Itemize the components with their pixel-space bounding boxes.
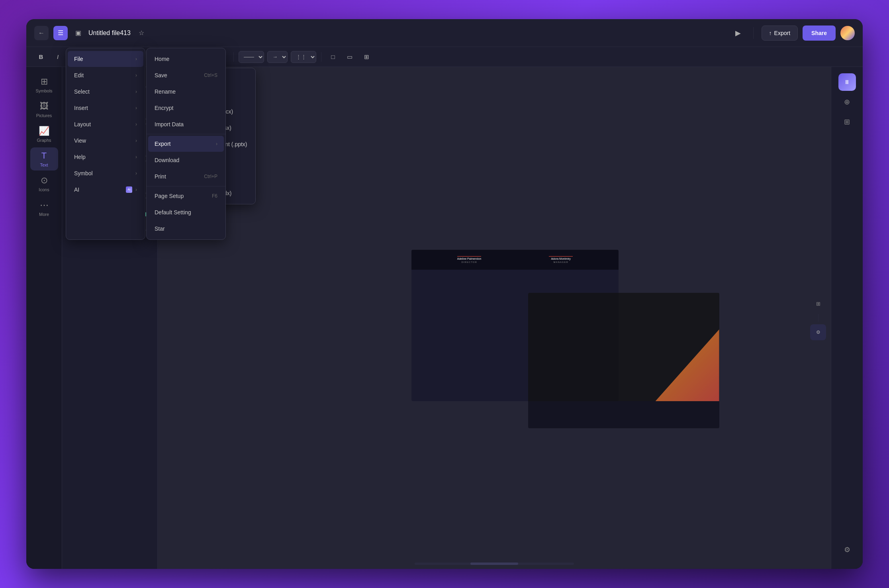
submenu-divider-2	[147, 186, 225, 186]
more-label: More	[39, 212, 49, 217]
cert-role-1: DIRECTOR	[462, 261, 477, 263]
menu-help-arrow: ›	[135, 154, 137, 160]
submenu-print[interactable]: Print Ctrl+P	[148, 169, 224, 184]
play-button[interactable]: ▶	[731, 26, 745, 40]
sidebar-item-pictures[interactable]: 🖼 Pictures	[30, 98, 58, 121]
canvas-right-icons: ⊞ ⚙	[805, 291, 831, 345]
export-button[interactable]: ↑ Export	[762, 25, 798, 41]
right-btn-edit[interactable]: ⊕	[838, 93, 856, 111]
text-label: Text	[40, 163, 48, 167]
submenu-rename[interactable]: Rename	[148, 84, 224, 100]
toolbar-arrow-style[interactable]: →	[267, 51, 288, 63]
menu-insert-label: Insert	[74, 105, 132, 111]
ai-badge[interactable]: II	[838, 73, 856, 91]
pictures-label: Pictures	[36, 113, 52, 118]
sidebar-item-more[interactable]: ⋯ More	[30, 197, 58, 220]
menu-edit-arrow: ›	[135, 73, 137, 78]
icons-label: Icons	[39, 187, 49, 192]
menu-ai-arrow: ›	[135, 187, 137, 192]
canvas-scrollbar[interactable]	[415, 563, 574, 565]
back-button[interactable]: ←	[34, 26, 49, 40]
submenu-home-label: Home	[155, 56, 217, 62]
submenu-export-arrow: ›	[216, 141, 217, 147]
cert-role-2: MANAGER	[553, 261, 568, 263]
submenu-pagesetup-label: Page Setup	[155, 193, 212, 199]
cert-footer: Adeline Palmerston DIRECTOR Adora Montmi…	[411, 250, 619, 270]
menu-view[interactable]: View ›	[68, 133, 143, 149]
toolbar-grid[interactable]: ⊞	[360, 50, 373, 64]
menu-help[interactable]: Help ›	[68, 149, 143, 165]
sidebar-item-text[interactable]: T Text	[30, 147, 58, 171]
avatar[interactable]	[840, 26, 855, 40]
submenu-star[interactable]: Star	[148, 221, 224, 237]
toolbar-italic[interactable]: I	[51, 50, 65, 64]
toolbar-divider-4	[321, 52, 321, 62]
right-sidebar: II ⊕ ⊞ ⚙	[831, 67, 863, 569]
menu-edit-label: Edit	[74, 72, 132, 78]
submenu-import-data[interactable]: Import Data	[148, 116, 224, 132]
toolbar-box[interactable]: □	[326, 50, 340, 64]
menu-select-label: Select	[74, 88, 132, 95]
submenu-star-label: Star	[155, 225, 217, 232]
submenu-save-label: Save	[155, 72, 204, 78]
menu-edit[interactable]: Edit ›	[68, 67, 143, 83]
toolbar-line-style[interactable]: ——	[239, 51, 264, 63]
file-title: Untitled file413	[88, 29, 131, 37]
icons-icon: ⊙	[41, 175, 48, 186]
dropdown-container: File › Edit › Select › Insert › Layout ›…	[66, 48, 226, 240]
header-divider	[753, 27, 754, 39]
submenu-export-label: Export	[155, 141, 213, 147]
menu-view-label: View	[74, 137, 132, 144]
toolbar-box-alt[interactable]: ▭	[343, 50, 356, 64]
right-btn-settings[interactable]: ⚙	[838, 541, 856, 559]
submenu-divider-1	[147, 134, 225, 134]
toolbar-line-width[interactable]: ⋮⋮	[291, 51, 316, 63]
file-submenu-dropdown: Home Save Ctrl+S Rename Encrypt Import D…	[146, 48, 226, 240]
menu-icon: ☰	[58, 29, 63, 37]
back-icon: ←	[38, 29, 45, 37]
submenu-default-setting[interactable]: Default Setting	[148, 204, 224, 220]
menu-select-arrow: ›	[135, 89, 137, 94]
canvas-preview-2	[528, 293, 719, 428]
submenu-page-setup[interactable]: Page Setup F6	[148, 188, 224, 204]
share-button[interactable]: Share	[803, 25, 836, 41]
submenu-rename-label: Rename	[155, 88, 217, 95]
menu-ai-label: AI	[74, 186, 124, 193]
star-button[interactable]: ☆	[139, 29, 144, 37]
cert-line-1	[457, 256, 481, 257]
submenu-encrypt[interactable]: Encrypt	[148, 100, 224, 116]
symbols-label: Symbols	[35, 88, 52, 93]
menu-layout[interactable]: Layout ›	[68, 116, 143, 132]
submenu-home[interactable]: Home	[148, 51, 224, 67]
left-sidebar: ⊞ Symbols 🖼 Pictures 📈 Graphs T Text ⊙ I…	[26, 67, 62, 569]
canvas-icon-bottom: ⚙	[810, 324, 826, 340]
cert-name-1: Adeline Palmerston	[457, 257, 482, 260]
menu-insert[interactable]: Insert ›	[68, 100, 143, 116]
export-icon: ↑	[769, 30, 772, 36]
graphs-icon: 📈	[39, 126, 49, 136]
menu-ai[interactable]: AI AI ›	[68, 182, 143, 198]
submenu-export[interactable]: Export ›	[148, 136, 224, 152]
graphs-label: Graphs	[37, 138, 51, 143]
menu-symbol-label: Symbol	[74, 170, 132, 176]
menu-symbol[interactable]: Symbol ›	[68, 165, 143, 181]
cert-manager: Adora Montmiry MANAGER	[549, 256, 573, 263]
sidebar-item-graphs[interactable]: 📈 Graphs	[30, 123, 58, 146]
toolbar-bold[interactable]: B	[34, 50, 48, 64]
menu-button[interactable]: ☰	[53, 26, 68, 40]
symbols-icon: ⊞	[41, 76, 48, 87]
sidebar-item-symbols[interactable]: ⊞ Symbols	[30, 73, 58, 96]
canvas-area[interactable]: ua project and has been to give this awa…	[158, 67, 831, 569]
sidebar-item-icons[interactable]: ⊙ Icons	[30, 172, 58, 195]
submenu-download[interactable]: Download	[148, 152, 224, 168]
menu-select[interactable]: Select ›	[68, 84, 143, 100]
play-icon: ▶	[735, 29, 741, 37]
menu-file[interactable]: File ›	[68, 51, 143, 67]
submenu-import-label: Import Data	[155, 121, 217, 127]
right-btn-grid[interactable]: ⊞	[838, 113, 856, 131]
canvas-zoom-btn[interactable]: ⊞	[810, 296, 826, 312]
file-icon: ▣	[72, 27, 84, 39]
submenu-save[interactable]: Save Ctrl+S	[148, 67, 224, 83]
cert-director: Adeline Palmerston DIRECTOR	[457, 256, 482, 263]
menu-file-arrow: ›	[135, 56, 137, 62]
